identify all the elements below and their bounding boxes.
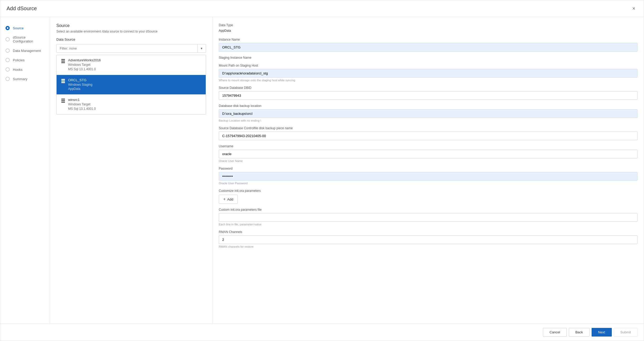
step-circle-summary (6, 77, 10, 81)
section-description: Select an available environment /data so… (56, 30, 206, 33)
datasource-list: AdventureWorks2016 Windows Target MS Sql… (56, 55, 206, 115)
source-dbid-label: Source Database DBID (219, 86, 637, 90)
datasource-target-winsrc1: Windows Target (68, 102, 201, 107)
sidebar-item-source[interactable]: Source (0, 23, 50, 33)
add-init-ora-button[interactable]: + Add (219, 195, 238, 204)
datasource-info-winsrc1: winsrc1 Windows Target MS Sql 13.1.4001.… (68, 98, 201, 111)
database-icon-adventureworks2016 (61, 59, 66, 63)
custom-init-label: Custom init.ora parameters file (219, 208, 637, 212)
sidebar: Source dSource Configuration Data Manage… (0, 17, 50, 323)
username-label: Username (219, 144, 637, 148)
sidebar-item-dsource-configuration[interactable]: dSource Configuration (0, 33, 50, 46)
svg-rect-4 (61, 80, 65, 82)
mount-path-hint: Where to mount storage onto the staging … (219, 79, 637, 82)
back-button[interactable]: Back (569, 328, 590, 337)
custom-init-field: Custom init.ora parameters file Each lin… (219, 208, 637, 226)
sidebar-item-hooks[interactable]: Hooks (0, 65, 50, 74)
svg-rect-2 (61, 62, 65, 63)
database-icon-orcl-stg (61, 79, 66, 83)
right-panel: Data Type AppData Instance Name Staging … (212, 17, 644, 323)
username-field: Username Oracle User Name (219, 144, 637, 163)
source-dbid-field: Source Database DBID (219, 86, 637, 100)
step-circle-policies (6, 58, 10, 62)
sidebar-item-data-management[interactable]: Data Management (0, 46, 50, 55)
step-circle-source (6, 26, 10, 30)
username-input[interactable] (219, 150, 637, 158)
submit-button[interactable]: Submit (614, 328, 637, 337)
password-field: Password Oracle User Password (219, 167, 637, 185)
password-input[interactable] (219, 172, 637, 181)
custom-init-hint: Each line in file, parameter=value (219, 223, 637, 226)
controlfile-field: Source Database Controlfile disk backup … (219, 126, 637, 140)
data-type-section: Data Type AppData (219, 23, 637, 33)
datasource-info-orcl-stg: ORCL_STG Windows Staging AppData (68, 78, 201, 91)
step-circle-data-management (6, 48, 10, 53)
mount-path-label: Mount Path on Staging Host (219, 64, 637, 67)
source-dbid-input[interactable] (219, 91, 637, 100)
sidebar-item-policies[interactable]: Policies (0, 55, 50, 65)
step-circle-dsource-configuration (6, 37, 10, 41)
init-ora-field: Customize init.ora parameters + Add (219, 189, 637, 204)
datasource-item-adventureworks2016[interactable]: AdventureWorks2016 Windows Target MS Sql… (57, 55, 206, 75)
sidebar-item-summary[interactable]: Summary (0, 74, 50, 84)
rman-channels-hint: RMAN channels for restore (219, 245, 637, 248)
main-content: Source Select an available environment /… (50, 17, 644, 323)
modal-footer: Cancel Back Next Submit (0, 323, 644, 341)
datasource-version-winsrc1: MS Sql 13.1.4001.0 (68, 107, 201, 111)
mount-path-input[interactable] (219, 69, 637, 78)
sidebar-label-dsource-configuration: dSource Configuration (13, 35, 45, 43)
instance-name-field: Instance Name (219, 38, 637, 52)
mount-path-field: Mount Path on Staging Host Where to moun… (219, 64, 637, 82)
controlfile-input[interactable] (219, 132, 637, 140)
rman-channels-field: RMAN Channels RMAN channels for restore (219, 230, 637, 248)
rman-channels-label: RMAN Channels (219, 230, 637, 234)
db-backup-hint: Backup Location with no ending \ (219, 119, 637, 122)
filter-input[interactable] (57, 44, 197, 52)
sidebar-label-source: Source (13, 26, 24, 30)
datasource-version-orcl-stg: AppData (68, 87, 201, 91)
data-source-label: Data Source (56, 37, 206, 41)
data-type-label: Data Type (219, 23, 637, 27)
rman-channels-input[interactable] (219, 235, 637, 244)
svg-rect-0 (61, 59, 65, 60)
datasource-version-adventureworks2016: MS Sql 13.1.4001.0 (68, 67, 201, 72)
sidebar-label-hooks: Hooks (13, 68, 23, 72)
filter-row: ▾ (56, 44, 206, 53)
datasource-name-adventureworks2016: AdventureWorks2016 (68, 58, 201, 62)
section-title: Source (56, 23, 206, 28)
datasource-name-winsrc1: winsrc1 (68, 98, 201, 102)
password-label: Password (219, 167, 637, 170)
add-dsource-modal: Add dSource × Source dSource Configurati… (0, 0, 644, 341)
datasource-item-winsrc1[interactable]: winsrc1 Windows Target MS Sql 13.1.4001.… (57, 95, 206, 114)
instance-name-input[interactable] (219, 43, 637, 52)
db-backup-label: Database disk backup location (219, 104, 637, 108)
close-button[interactable]: × (630, 4, 637, 13)
add-btn-text: Add (227, 197, 233, 201)
cancel-button[interactable]: Cancel (543, 328, 566, 337)
db-backup-field: Database disk backup location Backup Loc… (219, 104, 637, 122)
sidebar-label-policies: Policies (13, 58, 25, 62)
instance-name-label: Instance Name (219, 38, 637, 41)
data-type-value: AppData (219, 29, 231, 33)
svg-rect-3 (61, 79, 65, 80)
next-button[interactable]: Next (592, 328, 612, 337)
datasource-target-adventureworks2016: Windows Target (68, 63, 201, 67)
datasource-item-orcl-stg[interactable]: ORCL_STG Windows Staging AppData (57, 75, 206, 95)
modal-title: Add dSource (7, 6, 37, 12)
svg-rect-8 (61, 102, 65, 103)
init-ora-label: Customize init.ora parameters (219, 189, 637, 193)
staging-instance-name-label: Staging Instance Name (219, 56, 637, 59)
svg-rect-6 (61, 99, 65, 100)
custom-init-input[interactable] (219, 213, 637, 222)
filter-dropdown-button[interactable]: ▾ (197, 44, 206, 52)
left-panel: Source Select an available environment /… (50, 17, 212, 323)
password-hint: Oracle User Password (219, 182, 637, 185)
staging-instance-name-field: Staging Instance Name (219, 56, 637, 59)
modal-header: Add dSource × (0, 0, 644, 17)
db-backup-input[interactable] (219, 109, 637, 118)
datasource-target-orcl-stg: Windows Staging (68, 83, 201, 87)
username-hint: Oracle User Name (219, 159, 637, 163)
svg-rect-5 (61, 82, 65, 83)
sidebar-label-summary: Summary (13, 77, 28, 81)
datasource-name-orcl-stg: ORCL_STG (68, 78, 201, 82)
